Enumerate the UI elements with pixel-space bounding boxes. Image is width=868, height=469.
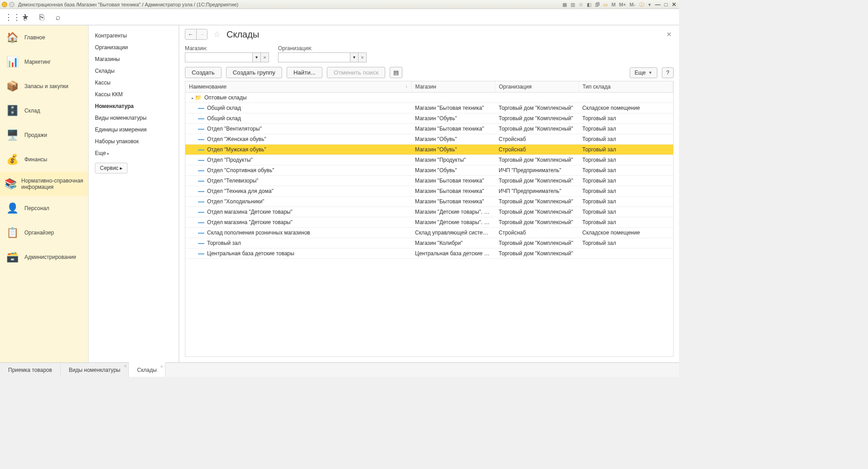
info-icon[interactable]: ⓘ [638,1,645,8]
subnav-item-8[interactable]: Единицы измерения [89,124,179,136]
table-row[interactable]: Общий склад Магазин "Обувь" Торговый дом… [185,113,673,124]
subnav-item-7[interactable]: Виды номенклатуры [89,112,179,124]
tab-close-icon[interactable]: × [160,364,163,369]
bottom-tab-1[interactable]: Виды номенклатуры× [61,363,129,377]
tb-icon-5[interactable]: 🗐 [594,1,600,8]
subnav-item-10[interactable]: Еще [89,147,179,159]
table-row[interactable]: Отдел магазина "Детские товары" Магазин … [185,207,673,217]
cell-shop: Магазин "Детские товары". Во... [411,207,495,217]
close-page-button[interactable]: ✕ [665,31,674,38]
back-button[interactable]: ← [185,29,196,39]
table-row[interactable]: Отдел "Спортивная обувь" Магазин "Обувь"… [185,165,673,176]
tb-m[interactable]: M [610,1,617,8]
top-toolbar: ⋮⋮⋮ ★ ⎘ ⌕ [0,9,679,25]
item-icon [198,170,204,171]
tb-mminus[interactable]: M- [628,1,637,8]
filter-org-dropdown[interactable]: ▾ [350,52,359,62]
service-button[interactable]: Сервис ▸ [95,163,127,174]
more-button[interactable]: Еще ▼ [630,67,657,78]
minimize-button[interactable]: — [655,1,661,8]
list-mode-button[interactable]: ▤ [390,67,402,78]
table-row[interactable]: Отдел "Женская обувь" Магазин "Обувь" Ст… [185,134,673,145]
section-nav-item-4[interactable]: 🖥️Продажи [0,123,88,147]
subnav-item-9[interactable]: Наборы упаковок [89,136,179,147]
tb-mplus[interactable]: M+ [618,1,627,8]
table-row[interactable]: Общий склад Магазин "Бытовая техника" То… [185,103,673,113]
clipboard-icon[interactable]: ⎘ [37,13,46,22]
subnav-item-1[interactable]: Организации [89,42,179,53]
tb-icon-2[interactable]: ▥ [570,1,576,8]
find-button[interactable]: Найти... [287,67,322,78]
col-name[interactable]: Наименование↓ [185,81,411,93]
star-icon[interactable]: ★ [21,13,30,22]
cell-org: ИЧП "Предприниматель" [495,165,579,176]
apps-icon[interactable]: ⋮⋮⋮ [5,13,14,22]
tb-icon-4[interactable]: ◧ [586,1,592,8]
table-row[interactable]: Отдел магазина "Детские товары" Магазин … [185,217,673,228]
section-nav-item-9[interactable]: 🗃️Администрирование [0,245,88,269]
table-row[interactable]: Торговый зал Магазин "Колибри" Торговый … [185,238,673,249]
filter-shop-input[interactable] [185,52,253,62]
table-row[interactable]: Склад пополнения розничных магазинов Скл… [185,228,673,238]
table-container[interactable]: Наименование↓ Магазин Организация Тип ск… [185,81,674,357]
section-nav-item-6[interactable]: 📚Нормативно-справочная информация [0,172,88,196]
subnav-item-4[interactable]: Кассы [89,77,179,89]
bottom-tab-0[interactable]: Приемка товаров [0,363,61,377]
filter-shop-dropdown[interactable]: ▾ [253,52,261,62]
item-icon [198,202,204,202]
table-row[interactable]: Отдел "Вентиляторы" Магазин "Бытовая тех… [185,124,673,134]
bottom-tab-2[interactable]: Склады× [129,362,165,377]
table-row[interactable]: Отдел "Техника для дома" Магазин "Бытова… [185,186,673,197]
cell-name: Отдел магазина "Детские товары" [207,209,292,215]
subnav-item-3[interactable]: Склады [89,65,179,77]
close-button[interactable]: ✕ [671,1,677,8]
section-nav-item-3[interactable]: 🗄️Склад [0,98,88,123]
sort-arrow-icon: ↓ [406,84,408,89]
cell-shop: Магазин "Обувь" [411,113,495,124]
filter-shop-clear[interactable]: × [261,52,269,62]
tb-icon-1[interactable]: ▦ [561,1,568,8]
subnav-item-6[interactable]: Номенклатура [89,100,179,112]
favorite-star-icon[interactable]: ☆ [212,29,222,39]
search-icon[interactable]: ⌕ [53,13,62,22]
subnav-item-5[interactable]: Кассы ККМ [89,89,179,100]
table-row[interactable]: Отдел "Холодильники" Магазин "Бытовая те… [185,197,673,207]
section-icon: 👤 [5,201,20,216]
col-shop[interactable]: Магазин [411,81,495,93]
table-row[interactable]: Центральная база детские товары Централь… [185,249,673,259]
col-type[interactable]: Тип склада [579,81,673,93]
filter-org-clear[interactable]: × [359,52,367,62]
cell-name: Отдел "Женская обувь" [207,136,266,142]
expand-icon[interactable]: ▸ [192,96,194,100]
table-row[interactable]: Отдел "Продукты" Магазин "Продукты" Торг… [185,155,673,165]
section-nav-item-2[interactable]: 📦Запасы и закупки [0,74,88,98]
create-button[interactable]: Создать [185,67,222,78]
subnav-item-0[interactable]: Контрагенты [89,30,179,42]
subnav-item-2[interactable]: Магазины [89,53,179,65]
forward-button[interactable]: → [196,29,207,39]
filter-org-input[interactable] [278,52,350,62]
tb-icon-3[interactable]: ☆ [578,1,584,8]
cell-shop: Магазин "Бытовая техника" [411,176,495,186]
filter-shop: Магазин: ▾ × [185,45,269,62]
section-nav-item-5[interactable]: 💰Финансы [0,147,88,172]
tb-icon-6[interactable]: ▭ [602,1,609,8]
table-row[interactable]: Отдел "Телевизоры" Магазин "Бытовая техн… [185,176,673,186]
sub-nav: КонтрагентыОрганизацииМагазиныСкладыКасс… [89,25,179,362]
section-nav-item-1[interactable]: 📊Маркетинг [0,50,88,74]
create-group-button[interactable]: Создать группу [226,67,282,78]
help-button[interactable]: ? [662,67,674,78]
cell-type: Торговый зал [579,238,673,249]
bottom-tabs: Приемка товаровВиды номенклатуры×Склады× [0,362,679,377]
tab-close-icon[interactable]: × [124,364,127,369]
maximize-button[interactable]: □ [663,1,669,8]
section-nav-item-7[interactable]: 👤Персонал [0,196,88,220]
col-org[interactable]: Организация [495,81,579,93]
table-row[interactable]: Отдел "Мужская обувь" Магазин "Обувь" Ст… [185,145,673,155]
section-nav-item-0[interactable]: 🏠Главное [0,25,88,50]
table-row[interactable]: ▸📁Оптовые склады [185,93,673,103]
dropdown-icon[interactable]: ▾ [646,1,653,8]
section-label: Персонал [24,205,49,211]
section-nav-item-8[interactable]: 📋Органайзер [0,220,88,245]
section-icon: 📦 [5,79,20,94]
